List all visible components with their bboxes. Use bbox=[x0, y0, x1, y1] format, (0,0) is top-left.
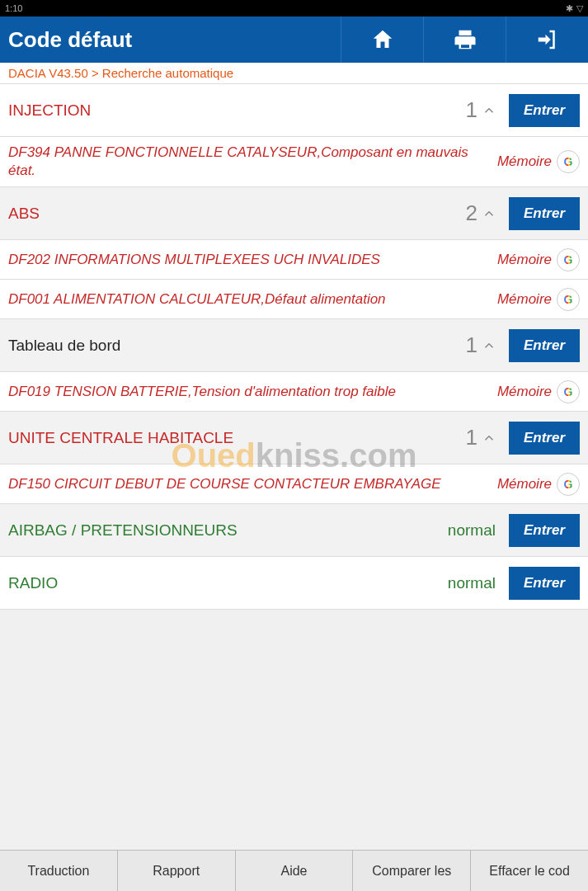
fault-row[interactable]: DF394 PANNE FONCTIONNELLE CATALYSEUR,Com… bbox=[0, 137, 588, 187]
bluetooth-icon: ✱ bbox=[566, 3, 573, 14]
fault-count: 2 bbox=[465, 200, 477, 226]
fault-status: Mémoire bbox=[497, 252, 552, 268]
help-button[interactable]: Aide bbox=[236, 851, 354, 891]
bottom-bar: Traduction Rapport Aide Comparer les Eff… bbox=[0, 850, 588, 891]
module-row-radio[interactable]: RADIO normal Entrer bbox=[0, 557, 588, 610]
chevron-up-icon bbox=[481, 430, 497, 446]
status-time: 1:10 bbox=[5, 3, 22, 13]
module-row-uch[interactable]: UNITE CENTRALE HABITACLE 1 Entrer bbox=[0, 412, 588, 464]
google-search-icon[interactable]: G bbox=[557, 150, 580, 173]
header: Code défaut bbox=[0, 16, 588, 63]
translate-button[interactable]: Traduction bbox=[0, 851, 118, 891]
fault-status: Mémoire bbox=[497, 153, 552, 170]
fault-status: Mémoire bbox=[497, 291, 552, 308]
google-search-icon[interactable]: G bbox=[557, 288, 580, 311]
enter-button[interactable]: Entrer bbox=[509, 94, 580, 127]
fault-row[interactable]: DF019 TENSION BATTERIE,Tension d'aliment… bbox=[0, 372, 588, 412]
module-row-injection[interactable]: INJECTION 1 Entrer bbox=[0, 84, 588, 137]
home-button[interactable] bbox=[341, 16, 423, 63]
home-icon bbox=[370, 27, 395, 52]
breadcrumb: DACIA V43.50 > Recherche automatique bbox=[0, 63, 588, 84]
fault-status: Mémoire bbox=[497, 476, 552, 493]
module-name: RADIO bbox=[8, 574, 448, 592]
module-name: AIRBAG / PRETENSIONNEURS bbox=[8, 521, 448, 540]
fault-status: Mémoire bbox=[497, 384, 552, 400]
content-area: INJECTION 1 Entrer DF394 PANNE FONCTIONN… bbox=[0, 84, 588, 610]
google-search-icon[interactable]: G bbox=[557, 380, 580, 403]
module-row-airbag[interactable]: AIRBAG / PRETENSIONNEURS normal Entrer bbox=[0, 504, 588, 557]
module-name: ABS bbox=[8, 205, 465, 223]
fault-count: 1 bbox=[465, 97, 477, 123]
print-button[interactable] bbox=[423, 16, 506, 63]
fault-text: DF019 TENSION BATTERIE,Tension d'aliment… bbox=[8, 383, 497, 401]
print-icon bbox=[453, 27, 477, 52]
chevron-up-icon bbox=[481, 102, 497, 119]
fault-text: DF150 CIRCUIT DEBUT DE COURSE CONTACTEUR… bbox=[8, 475, 497, 493]
module-row-dashboard[interactable]: Tableau de bord 1 Entrer bbox=[0, 319, 588, 372]
enter-button[interactable]: Entrer bbox=[509, 329, 580, 362]
google-search-icon[interactable]: G bbox=[557, 248, 580, 271]
module-name: Tableau de bord bbox=[8, 337, 465, 355]
module-row-abs[interactable]: ABS 2 Entrer bbox=[0, 187, 588, 240]
status-icons: ✱ ▽ bbox=[566, 3, 583, 14]
module-status: normal bbox=[448, 521, 496, 540]
module-name: UNITE CENTRALE HABITACLE bbox=[8, 429, 465, 447]
clear-button[interactable]: Effacer le cod bbox=[471, 851, 588, 891]
enter-button[interactable]: Entrer bbox=[509, 422, 580, 455]
status-bar: 1:10 ✱ ▽ bbox=[0, 0, 588, 16]
module-status: normal bbox=[448, 574, 496, 592]
enter-button[interactable]: Entrer bbox=[509, 514, 580, 547]
chevron-up-icon bbox=[481, 337, 497, 354]
wifi-icon: ▽ bbox=[576, 3, 583, 14]
exit-button[interactable] bbox=[506, 16, 588, 63]
fault-row[interactable]: DF202 INFORMATIONS MULTIPLEXEES UCH INVA… bbox=[0, 240, 588, 280]
compare-button[interactable]: Comparer les bbox=[353, 851, 471, 891]
fault-text: DF001 ALIMENTATION CALCULATEUR,Défaut al… bbox=[8, 290, 497, 309]
enter-button[interactable]: Entrer bbox=[509, 567, 580, 600]
google-search-icon[interactable]: G bbox=[557, 473, 580, 496]
fault-row[interactable]: DF150 CIRCUIT DEBUT DE COURSE CONTACTEUR… bbox=[0, 464, 588, 504]
fault-count: 1 bbox=[465, 425, 477, 450]
fault-row[interactable]: DF001 ALIMENTATION CALCULATEUR,Défaut al… bbox=[0, 280, 588, 319]
chevron-up-icon bbox=[481, 205, 497, 222]
enter-button[interactable]: Entrer bbox=[509, 197, 580, 230]
fault-text: DF202 INFORMATIONS MULTIPLEXEES UCH INVA… bbox=[8, 251, 497, 269]
fault-text: DF394 PANNE FONCTIONNELLE CATALYSEUR,Com… bbox=[8, 144, 497, 180]
report-button[interactable]: Rapport bbox=[118, 851, 236, 891]
fault-count: 1 bbox=[465, 332, 477, 358]
module-name: INJECTION bbox=[8, 101, 465, 120]
exit-icon bbox=[535, 27, 560, 52]
page-title: Code défaut bbox=[0, 27, 341, 53]
